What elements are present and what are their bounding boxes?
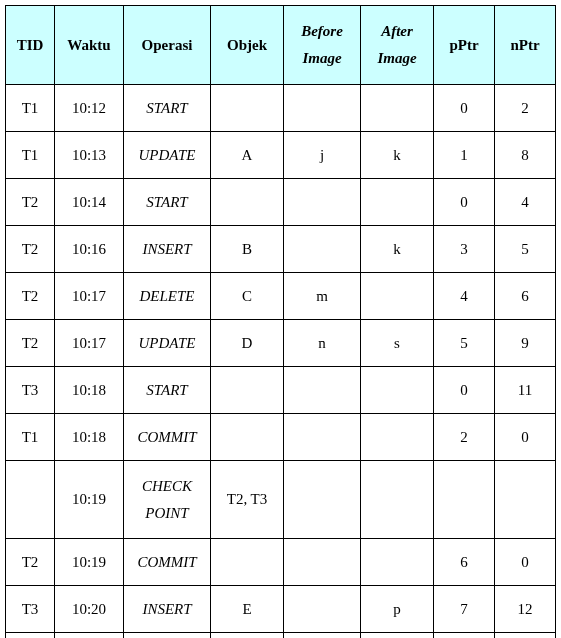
cell-operasi: START xyxy=(124,367,211,414)
cell-objek xyxy=(211,414,284,461)
cell-tid: T2 xyxy=(6,179,55,226)
cell-waktu: 10:21 xyxy=(55,633,124,639)
cell-after xyxy=(361,414,434,461)
header-nptr: nPtr xyxy=(495,6,556,85)
cell-tid: T2 xyxy=(6,273,55,320)
cell-nptr xyxy=(495,461,556,539)
cell-pptr: 0 xyxy=(434,179,495,226)
table-row: T2 10:19 COMMIT 6 0 xyxy=(6,539,556,586)
cell-before xyxy=(284,586,361,633)
cell-objek: B xyxy=(211,226,284,273)
header-operasi: Operasi xyxy=(124,6,211,85)
table-row: T1 10:13 UPDATE A j k 1 8 xyxy=(6,132,556,179)
table-row: T2 10:16 INSERT B k 3 5 xyxy=(6,226,556,273)
header-row: TID Waktu Operasi Objek Before Image Aft… xyxy=(6,6,556,85)
cell-operasi: UPDATE xyxy=(124,320,211,367)
cell-after xyxy=(361,539,434,586)
cell-after xyxy=(361,179,434,226)
cell-operasi: COMMIT xyxy=(124,414,211,461)
cell-before xyxy=(284,179,361,226)
cell-nptr: 0 xyxy=(495,414,556,461)
table-row: T2 10:17 UPDATE D n s 5 9 xyxy=(6,320,556,367)
cell-before xyxy=(284,461,361,539)
header-objek: Objek xyxy=(211,6,284,85)
cell-objek xyxy=(211,539,284,586)
cell-objek: T2, T3 xyxy=(211,461,284,539)
cell-objek: C xyxy=(211,273,284,320)
cell-pptr: 6 xyxy=(434,539,495,586)
cell-objek: E xyxy=(211,586,284,633)
cell-pptr: 4 xyxy=(434,273,495,320)
cell-pptr: 5 xyxy=(434,320,495,367)
cell-waktu: 10:19 xyxy=(55,461,124,539)
cell-tid: T2 xyxy=(6,320,55,367)
header-before-line2: Image xyxy=(302,50,341,66)
cell-before: j xyxy=(284,132,361,179)
cell-nptr: 2 xyxy=(495,85,556,132)
cell-objek: D xyxy=(211,320,284,367)
cell-waktu: 10:13 xyxy=(55,132,124,179)
cell-waktu: 10:14 xyxy=(55,179,124,226)
header-after: After Image xyxy=(361,6,434,85)
cell-nptr: 6 xyxy=(495,273,556,320)
cell-before xyxy=(284,226,361,273)
cell-waktu: 10:18 xyxy=(55,414,124,461)
cell-objek xyxy=(211,367,284,414)
header-tid: TID xyxy=(6,6,55,85)
cell-pptr: 1 xyxy=(434,132,495,179)
cell-operasi: INSERT xyxy=(124,226,211,273)
table-row: 10:19 CHECK POINT T2, T3 xyxy=(6,461,556,539)
cell-waktu: 10:18 xyxy=(55,367,124,414)
cell-waktu: 10:17 xyxy=(55,320,124,367)
cell-after xyxy=(361,461,434,539)
cell-operasi: START xyxy=(124,85,211,132)
cell-after: k xyxy=(361,226,434,273)
cell-after: s xyxy=(361,320,434,367)
header-after-line2: Image xyxy=(377,50,416,66)
cell-operasi: CHECK POINT xyxy=(124,461,211,539)
table-row: T3 10:18 START 0 11 xyxy=(6,367,556,414)
cell-pptr: 3 xyxy=(434,226,495,273)
cell-waktu: 10:16 xyxy=(55,226,124,273)
cell-before: n xyxy=(284,320,361,367)
cell-nptr: 12 xyxy=(495,586,556,633)
cell-before xyxy=(284,539,361,586)
cell-nptr: 4 xyxy=(495,179,556,226)
cell-objek xyxy=(211,85,284,132)
cell-waktu: 10:17 xyxy=(55,273,124,320)
cell-operasi-line1: CHECK xyxy=(142,478,192,494)
cell-nptr: 9 xyxy=(495,320,556,367)
cell-nptr: 11 xyxy=(495,367,556,414)
cell-tid: T1 xyxy=(6,414,55,461)
cell-operasi: START xyxy=(124,179,211,226)
table-row: T3 10:21 COMMIT 11 0 xyxy=(6,633,556,639)
cell-pptr: 0 xyxy=(434,367,495,414)
cell-tid: T3 xyxy=(6,367,55,414)
cell-before xyxy=(284,633,361,639)
cell-operasi: DELETE xyxy=(124,273,211,320)
cell-operasi: UPDATE xyxy=(124,132,211,179)
cell-pptr: 0 xyxy=(434,85,495,132)
cell-before: m xyxy=(284,273,361,320)
cell-waktu: 10:20 xyxy=(55,586,124,633)
cell-tid: T3 xyxy=(6,586,55,633)
cell-pptr: 2 xyxy=(434,414,495,461)
cell-after xyxy=(361,367,434,414)
cell-tid xyxy=(6,461,55,539)
cell-tid: T1 xyxy=(6,132,55,179)
header-before-line1: Before xyxy=(301,23,343,39)
cell-tid: T2 xyxy=(6,226,55,273)
cell-pptr xyxy=(434,461,495,539)
cell-pptr: 7 xyxy=(434,586,495,633)
cell-operasi: INSERT xyxy=(124,586,211,633)
cell-tid: T1 xyxy=(6,85,55,132)
cell-after xyxy=(361,85,434,132)
cell-tid: T2 xyxy=(6,539,55,586)
table-row: T2 10:14 START 0 4 xyxy=(6,179,556,226)
cell-after xyxy=(361,633,434,639)
cell-after: p xyxy=(361,586,434,633)
cell-operasi: COMMIT xyxy=(124,633,211,639)
cell-before xyxy=(284,85,361,132)
cell-objek xyxy=(211,179,284,226)
cell-before xyxy=(284,367,361,414)
